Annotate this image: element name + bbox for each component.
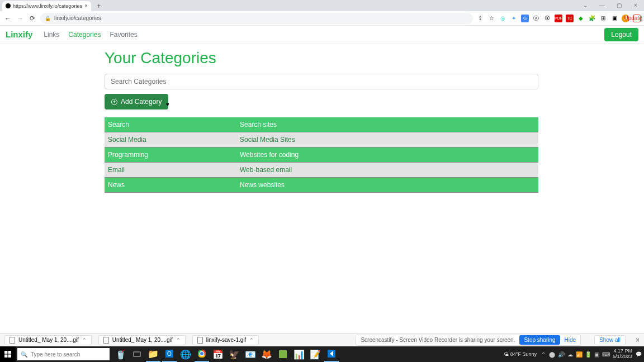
table-row[interactable]: Social Media Social Media Sites (105, 132, 538, 147)
svg-rect-2 (4, 354, 7, 357)
keyboard-icon[interactable]: ⌨ (603, 351, 609, 358)
chevron-up-icon[interactable]: ⌃ (82, 337, 87, 343)
svg-rect-3 (8, 354, 11, 357)
search-input[interactable] (105, 74, 538, 89)
forward-icon[interactable]: → (16, 14, 25, 23)
ext-icon[interactable]: Ⓐ (532, 15, 540, 22)
downloads-bar: Untitled_ May 1, 20....gif ⌃ Untitled_ M… (0, 333, 644, 346)
nav-links[interactable]: Links (44, 31, 59, 39)
taskview-icon[interactable] (130, 346, 144, 362)
add-category-label: Add Category (121, 98, 162, 106)
stop-sharing-button[interactable]: Stop sharing (519, 335, 560, 345)
ext-icon[interactable]: ◎ (499, 15, 506, 22)
tab-favicon (6, 3, 11, 8)
add-category-button[interactable]: + Add Category (105, 94, 168, 109)
taskbar-app-icon[interactable]: 🦅 (227, 346, 242, 362)
tab-title: https://www.linxify.io/categories (13, 3, 82, 9)
ext-icon[interactable]: ⦿ (543, 15, 551, 22)
download-item[interactable]: Untitled_ May 1, 20....gif ⌃ (4, 335, 92, 345)
nav-categories[interactable]: Categories (68, 31, 101, 39)
wifi-icon[interactable]: 📶 (576, 351, 583, 358)
table-row[interactable]: Email Web-based email (105, 163, 538, 178)
notifications-icon[interactable]: 💬 (636, 351, 642, 357)
back-icon[interactable]: ← (3, 14, 12, 23)
file-icon (197, 337, 203, 344)
nav-favorites[interactable]: Favorites (110, 31, 137, 39)
show-all-button[interactable]: Show all (594, 335, 626, 345)
download-item[interactable]: linxify-save-1.gif ⌃ (192, 335, 259, 345)
firefox-icon[interactable]: 🦊 (259, 346, 274, 362)
chrome-icon[interactable] (195, 346, 209, 362)
svg-rect-4 (134, 352, 140, 356)
new-tab-button[interactable]: + (94, 2, 103, 11)
calendar-icon[interactable]: 📅 (211, 346, 225, 362)
search-icon: 🔍 (21, 351, 27, 358)
taskbar-app-icon[interactable]: 📧 (243, 346, 258, 362)
file-icon (10, 337, 15, 344)
browser-tab[interactable]: https://www.linxify.io/categories × (2, 1, 91, 11)
taskbar-app-icon[interactable]: 🥤 (113, 346, 128, 362)
update-button[interactable]: Update⋮ (633, 15, 641, 22)
close-tab-icon[interactable]: × (84, 3, 88, 9)
outlook-icon[interactable]: O (162, 346, 177, 362)
edge-icon[interactable]: 🌐 (178, 346, 193, 362)
tray-icon[interactable]: ⬤ (549, 351, 556, 358)
ext-icon[interactable]: ⊞ (599, 15, 607, 22)
share-icon[interactable]: ⇪ (476, 15, 484, 22)
file-icon (103, 337, 109, 344)
minimize-icon[interactable]: — (594, 0, 610, 10)
weather-widget[interactable]: 🌤 84°F Sunny (504, 351, 537, 357)
download-item[interactable]: Untitled_ May 1, 20....gif ⌃ (98, 335, 186, 345)
vscode-icon[interactable] (324, 346, 339, 362)
ext-icon[interactable]: TC (566, 15, 574, 22)
brand-logo[interactable]: Linxify (6, 30, 32, 39)
ext-icon[interactable]: ▣ (610, 15, 618, 22)
reload-icon[interactable]: ⟳ (28, 14, 37, 23)
menu-icon: ⋮ (639, 15, 645, 22)
clock[interactable]: 4:17 PM 5/1/2023 (613, 349, 632, 360)
screen-share-panel: Screencastify - Screen Video Recorder is… (356, 335, 581, 346)
hide-link[interactable]: Hide (565, 337, 576, 343)
plus-circle-icon: + (111, 99, 117, 105)
taskbar-app-icon[interactable]: 📊 (292, 346, 306, 362)
svg-point-8 (200, 352, 203, 355)
start-button[interactable] (0, 346, 16, 362)
table-row[interactable]: News News websites (105, 178, 538, 193)
chevron-up-icon[interactable]: ⌃ (540, 351, 547, 358)
battery-icon[interactable]: 🔋 (585, 351, 591, 358)
chevron-down-icon[interactable]: ⌄ (577, 0, 594, 10)
ext-icon[interactable]: PDF (555, 15, 562, 22)
extensions-icon[interactable]: 🧩 (588, 15, 596, 22)
logout-button[interactable]: Logout (604, 28, 638, 41)
ext-icon[interactable]: ◆ (577, 15, 585, 22)
mouse-cursor (167, 102, 172, 108)
ext-icon[interactable]: ✦ (510, 15, 518, 22)
taskbar-app-icon[interactable] (276, 346, 290, 362)
app-navbar: Linxify Links Categories Favorites Logou… (0, 26, 644, 44)
svg-rect-1 (8, 351, 11, 354)
ext-icon[interactable]: G (521, 15, 529, 22)
chevron-up-icon[interactable]: ⌃ (176, 337, 181, 343)
url-text: linxify.io/categories (54, 15, 101, 21)
extension-icons: ⇪ ☆ ◎ ✦ G Ⓐ ⦿ PDF TC ◆ 🧩 ⊞ ▣ J Update⋮ (476, 15, 641, 22)
close-window-icon[interactable]: × (627, 0, 644, 10)
windows-taskbar: 🔍 Type here to search 🥤 📁 O 🌐 📅 🦅 📧 🦊 📊 … (0, 346, 644, 362)
address-bar[interactable]: 🔒 linxify.io/categories (40, 13, 473, 24)
categories-table: Search Search sites Social Media Social … (105, 117, 538, 193)
maximize-icon[interactable]: ▢ (610, 0, 627, 10)
cloud-icon[interactable]: ☁ (567, 351, 574, 358)
svg-text:O: O (167, 351, 172, 357)
file-explorer-icon[interactable]: 📁 (146, 346, 160, 362)
svg-rect-9 (279, 350, 287, 358)
taskbar-search[interactable]: 🔍 Type here to search (17, 348, 110, 360)
svg-rect-0 (4, 351, 7, 354)
table-row[interactable]: Search Search sites (105, 117, 538, 132)
chevron-up-icon[interactable]: ⌃ (249, 337, 254, 343)
star-icon[interactable]: ☆ (487, 15, 495, 22)
close-icon[interactable]: × (636, 336, 640, 344)
tray-icon[interactable]: ▣ (594, 351, 600, 358)
page-title: Your Categories (105, 49, 539, 67)
table-row[interactable]: Programming Websites for coding (105, 147, 538, 163)
notepad-icon[interactable]: 📝 (308, 346, 323, 362)
volume-icon[interactable]: 🔊 (558, 351, 565, 358)
